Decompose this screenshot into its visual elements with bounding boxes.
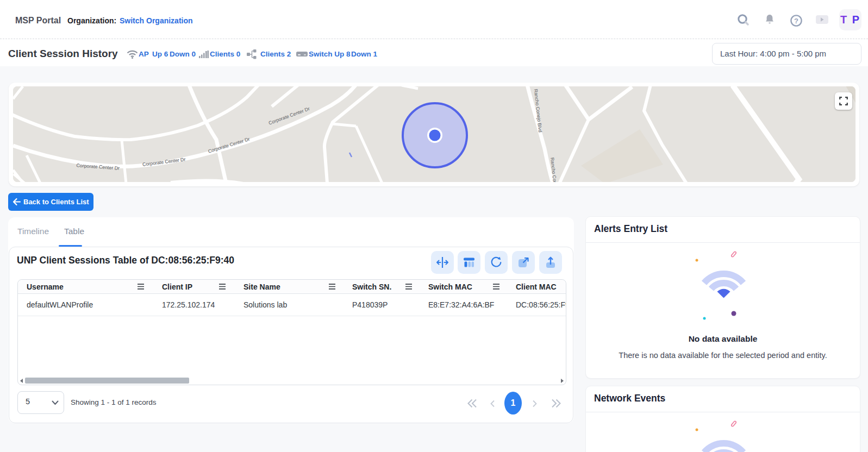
svg-text:?: ? bbox=[794, 17, 798, 25]
